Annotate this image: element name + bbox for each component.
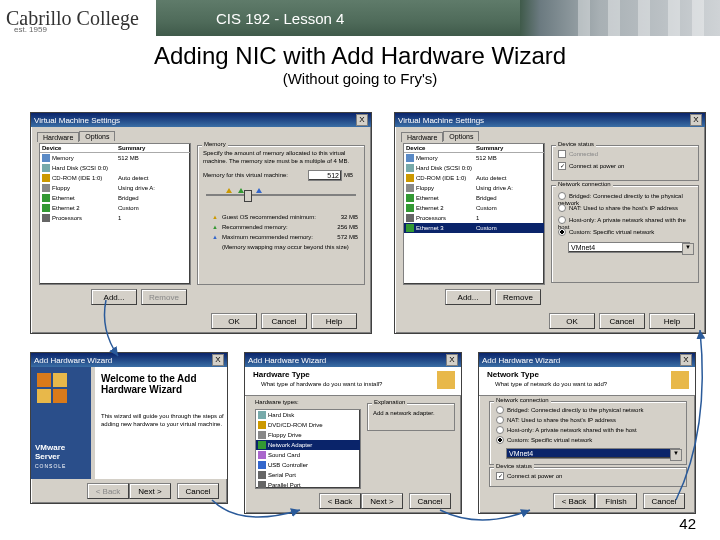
next-button[interactable]: Next >	[361, 493, 403, 509]
window-title: Add Hardware Wizard	[34, 356, 112, 365]
close-icon[interactable]: X	[680, 354, 692, 366]
network-connection-group: Network connection Bridged: Connected di…	[551, 185, 699, 283]
list-item: EthernetBridged	[40, 193, 190, 203]
wizard-icon	[437, 371, 455, 389]
page-number: 42	[679, 515, 696, 532]
next-button[interactable]: Next >	[129, 483, 171, 499]
wizard-heading: Hardware Type	[253, 370, 310, 379]
wizard-heading: Network Type	[487, 370, 539, 379]
radio-nat[interactable]: NAT: Used to share the host's IP address	[558, 204, 678, 212]
back-button[interactable]: < Back	[553, 493, 595, 509]
close-icon[interactable]: X	[690, 114, 702, 126]
course-header: CIS 192 - Lesson 4	[216, 10, 344, 27]
tab-hardware[interactable]: Hardware	[401, 132, 443, 142]
list-item-selected: Network Adapter	[256, 440, 360, 450]
close-icon[interactable]: X	[212, 354, 224, 366]
list-item-selected: Ethernet 3Custom	[404, 223, 544, 233]
finish-button[interactable]: Finish	[595, 493, 637, 509]
chevron-down-icon[interactable]: ▼	[682, 243, 694, 255]
remove-button[interactable]: Remove	[141, 289, 187, 305]
tab-options[interactable]: Options	[443, 131, 479, 141]
slide-subtitle: (Without going to Fry's)	[0, 70, 720, 87]
wizard-header: Hardware Type What type of hardware do y…	[245, 367, 461, 396]
radio-custom[interactable]: Custom: Specific virtual network	[558, 228, 654, 236]
col-device: Device	[42, 145, 118, 151]
college-logo: Cabrillo College est. 1959	[0, 0, 156, 36]
list-item: FloppyUsing drive A:	[40, 183, 190, 193]
memory-input[interactable]: 512	[308, 170, 342, 181]
device-status-group: Device status Connect at power on	[489, 467, 687, 487]
col-summary: Summary	[118, 145, 145, 151]
add-button[interactable]: Add...	[91, 289, 137, 305]
radio-hostonly[interactable]: Host-only: A private network shared with…	[496, 426, 637, 434]
back-button[interactable]: < Back	[319, 493, 361, 509]
chevron-down-icon[interactable]: ▼	[670, 449, 682, 461]
device-list[interactable]: Device Summary Memory512 MB Hard Disk (S…	[403, 143, 545, 285]
wizard-header: Network Type What type of network do you…	[479, 367, 695, 396]
wizard-icon	[671, 371, 689, 389]
close-icon[interactable]: X	[356, 114, 368, 126]
vm-settings-window-right: Virtual Machine SettingsX Hardware Optio…	[394, 112, 706, 334]
list-item: CD-ROM (IDE 1:0)Auto detect	[40, 173, 190, 183]
connect-poweron-checkbox[interactable]: Connect at power on	[496, 472, 562, 480]
window-title: Add Hardware Wizard	[248, 356, 326, 365]
add-hardware-wizard-type: Add Hardware WizardX Hardware Type What …	[244, 352, 462, 514]
explanation-group: Explanation Add a network adapter.	[367, 403, 455, 431]
titlebar: Virtual Machine Settings X	[31, 113, 371, 127]
tabs: Hardware Options	[37, 131, 115, 141]
add-button[interactable]: Add...	[445, 289, 491, 305]
hardware-type-list[interactable]: Hard Disk DVD/CD-ROM Drive Floppy Drive …	[255, 409, 361, 489]
list-label: Hardware types:	[255, 399, 299, 405]
vmware-brand: VMware Server	[35, 443, 91, 461]
slide-title: Adding NIC with Add Hardware Wizard	[0, 42, 720, 70]
cancel-button[interactable]: Cancel	[177, 483, 219, 499]
radio-nat[interactable]: NAT: Used to share the host's IP address	[496, 416, 616, 424]
window-title: Virtual Machine Settings	[398, 116, 484, 125]
memory-group: Memory Specify the amount of memory allo…	[197, 145, 365, 285]
list-item: Memory512 MB	[40, 153, 190, 163]
radio-bridged[interactable]: Bridged: Connected directly to the physi…	[496, 406, 643, 414]
list-item: Processors1	[40, 213, 190, 223]
vm-settings-window-left: Virtual Machine Settings X Hardware Opti…	[30, 112, 372, 334]
help-button[interactable]: Help	[649, 313, 695, 329]
list-item: Ethernet 2Custom	[40, 203, 190, 213]
triangle-marker-icon	[226, 188, 232, 193]
logo-est: est. 1959	[14, 25, 47, 34]
cancel-button[interactable]: Cancel	[643, 493, 685, 509]
header-photo	[520, 0, 720, 36]
cancel-button[interactable]: Cancel	[261, 313, 307, 329]
add-hardware-wizard-network: Add Hardware WizardX Network Type What t…	[478, 352, 696, 514]
wizard-heading: Welcome to the Add Hardware Wizard	[101, 373, 221, 395]
wizard-body: Welcome to the Add Hardware Wizard This …	[95, 367, 227, 479]
tab-options[interactable]: Options	[79, 131, 115, 141]
add-hardware-wizard-welcome: Add Hardware WizardX VMware Server CONSO…	[30, 352, 228, 504]
window-title: Add Hardware Wizard	[482, 356, 560, 365]
vmware-brand2: CONSOLE	[35, 463, 66, 469]
ok-button[interactable]: OK	[549, 313, 595, 329]
triangle-marker-icon	[256, 188, 262, 193]
remove-button[interactable]: Remove	[495, 289, 541, 305]
window-title: Virtual Machine Settings	[34, 116, 120, 125]
wizard-side-graphic: VMware Server CONSOLE	[31, 367, 91, 479]
triangle-marker-icon	[238, 188, 244, 193]
group-title: Memory	[202, 141, 228, 147]
ok-button[interactable]: OK	[211, 313, 257, 329]
close-icon[interactable]: X	[446, 354, 458, 366]
back-button[interactable]: < Back	[87, 483, 129, 499]
list-item: Hard Disk (SCSI 0:0)	[40, 163, 190, 173]
cancel-button[interactable]: Cancel	[409, 493, 451, 509]
cancel-button[interactable]: Cancel	[599, 313, 645, 329]
memory-slider[interactable]	[206, 190, 356, 200]
connected-checkbox[interactable]: Connected	[558, 150, 598, 158]
tab-hardware[interactable]: Hardware	[37, 132, 79, 142]
slide-header: Cabrillo College est. 1959 CIS 192 - Les…	[0, 0, 720, 36]
connect-poweron-checkbox[interactable]: Connect at power on	[558, 162, 624, 170]
radio-custom[interactable]: Custom: Specific virtual network	[496, 436, 592, 444]
help-button[interactable]: Help	[311, 313, 357, 329]
device-status-group: Device status Connected Connect at power…	[551, 145, 699, 181]
custom-network-select[interactable]: VMnet4	[506, 448, 680, 459]
custom-network-select[interactable]: VMnet4	[568, 242, 690, 253]
device-list[interactable]: Device Summary Memory512 MB Hard Disk (S…	[39, 143, 191, 285]
network-connection-group: Network connection Bridged: Connected di…	[489, 401, 687, 465]
